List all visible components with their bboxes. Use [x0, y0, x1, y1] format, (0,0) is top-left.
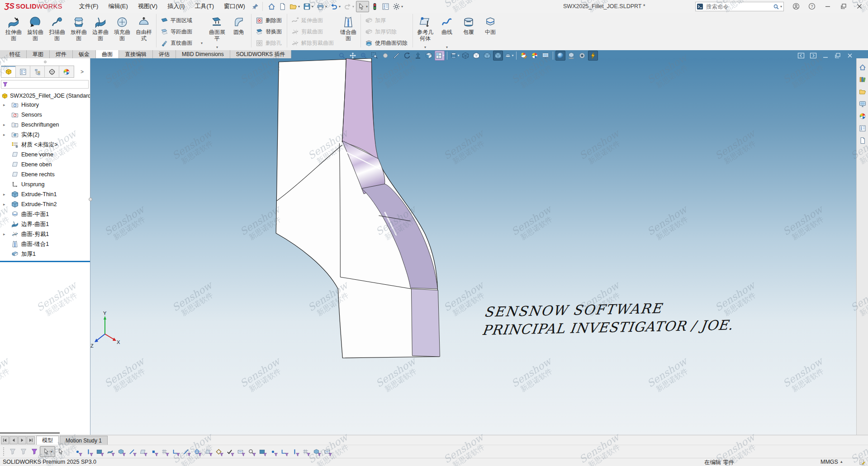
rollback-bar[interactable] — [0, 261, 90, 262]
tab-features[interactable]: 特征 — [4, 50, 27, 58]
zoom-to-area-button[interactable] — [370, 51, 379, 61]
filter-dimensions-button[interactable] — [224, 446, 235, 457]
dropdown-caret-icon[interactable]: ▾ — [352, 5, 354, 9]
pane-splitter-handle[interactable] — [0, 58, 90, 66]
filter-vertices-button[interactable] — [72, 446, 83, 457]
display-style-shaded-with-edges-button[interactable]: ▾ — [450, 51, 460, 61]
filled-surface-button[interactable]: 填充曲面 — [111, 13, 133, 50]
filter-origins-button[interactable] — [148, 446, 159, 457]
scroll-next-button[interactable] — [18, 436, 26, 444]
pane-expand-chevron-icon[interactable]: > — [81, 69, 84, 75]
expand-arrow-icon[interactable]: ▸ — [3, 202, 5, 207]
tree-item-extrude-thin1[interactable]: ▸Extrude-Thin1 — [0, 189, 90, 199]
pin-menubar-icon[interactable] — [252, 3, 259, 10]
tab-sketch[interactable]: 草图 — [27, 50, 50, 58]
delete-face-button[interactable]: 删除面 — [253, 15, 285, 26]
tab-sheet-metal[interactable]: 钣金 — [73, 50, 96, 58]
tree-item-extrude-thin2[interactable]: ▸Extrude-Thin2 — [0, 199, 90, 209]
tab-weldments[interactable]: 焊件 — [50, 50, 73, 58]
midsurface-button[interactable]: 中面 — [479, 13, 501, 50]
filter-reference-curves-button[interactable] — [202, 446, 213, 457]
extruded-surface-button[interactable]: 拉伸曲面 — [3, 13, 24, 50]
menu-insert[interactable]: 插入(I) — [162, 0, 190, 13]
filter-edges-button[interactable] — [83, 446, 94, 457]
tab-evaluate[interactable]: 评估 — [153, 50, 176, 58]
tree-item-boundary-surface1[interactable]: 边界-曲面1 — [0, 219, 90, 229]
normal-to-button[interactable] — [413, 51, 423, 61]
knit-surface-button[interactable]: 缝合曲面 — [337, 13, 359, 50]
drag-handle[interactable] — [2, 447, 5, 457]
replace-face-button[interactable]: 替换面 — [253, 26, 285, 38]
zoom-to-fit-button[interactable] — [337, 51, 347, 61]
filter-weld-symbols-button[interactable] — [300, 446, 311, 457]
apply-scene-button[interactable] — [530, 51, 540, 61]
dropdown-caret-icon[interactable]: ▾ — [366, 5, 368, 9]
undo-button[interactable]: ▾ — [329, 1, 342, 12]
previous-document-button[interactable] — [797, 51, 806, 60]
home-button[interactable] — [266, 1, 277, 12]
tab-mbd-dimensions[interactable]: MBD Dimensions — [176, 50, 230, 58]
filter-sketch-segments-button[interactable] — [170, 446, 180, 457]
filter-faces-button[interactable] — [94, 446, 104, 457]
close-document-button[interactable] — [845, 51, 854, 60]
reference-geometry-button[interactable]: 参考几何体▾ — [414, 13, 436, 50]
filter-datums-button[interactable] — [256, 446, 267, 457]
boundary-surface-button[interactable]: 边界曲面 — [90, 13, 111, 50]
dropdown-caret-icon[interactable]: ▾ — [312, 5, 313, 9]
tab-motion-study-1[interactable]: Motion Study 1 — [60, 436, 108, 445]
open-button[interactable]: ▾ — [288, 1, 301, 12]
dropdown-caret-icon[interactable]: ▾ — [443, 54, 445, 57]
tab-model[interactable]: 模型 — [36, 436, 59, 445]
expand-arrow-icon[interactable]: ▸ — [3, 192, 5, 197]
search-input[interactable] — [704, 4, 772, 10]
close-window-button[interactable] — [854, 1, 864, 11]
design-library-button[interactable] — [858, 75, 867, 84]
pane-bottom-splitter[interactable] — [0, 433, 60, 433]
flatten-surface-button[interactable]: 曲面展平▾ — [206, 13, 228, 50]
file-properties-button[interactable] — [380, 1, 391, 12]
shadows-in-shaded-mode-button[interactable] — [566, 51, 576, 61]
display-style-hidden-lines-button[interactable] — [471, 51, 481, 61]
display-style-shaded-button[interactable] — [482, 51, 492, 61]
measure-button[interactable] — [391, 51, 401, 61]
units-selector[interactable]: MMGS — [821, 459, 838, 465]
revolved-surface-button[interactable]: 旋转曲面 — [24, 13, 46, 50]
minimize-document-button[interactable] — [821, 51, 830, 60]
featuremanager-tab[interactable] — [1, 66, 16, 77]
dimxpertmanager-tab[interactable] — [45, 66, 59, 77]
tab-solidworks-addins[interactable]: SOLIDWORKS 插件 — [230, 50, 292, 58]
save-button[interactable]: ▾ — [302, 1, 315, 12]
wrap-button[interactable]: 包覆 — [458, 13, 479, 50]
planar-surface-button[interactable]: 平面区域 — [158, 15, 206, 26]
tree-item-plane-top[interactable]: Ebene oben — [0, 160, 90, 169]
scroll-first-button[interactable] — [1, 436, 9, 444]
resources-home-button[interactable] — [858, 63, 867, 72]
filter-magnified-selection-button[interactable] — [246, 446, 256, 457]
hide-show-items-button[interactable]: ▾ — [504, 51, 514, 61]
display-style-current-button[interactable] — [493, 51, 503, 61]
tree-item-origin[interactable]: Ursprung — [0, 179, 90, 189]
expand-arrow-icon[interactable]: ▸ — [3, 232, 5, 236]
expand-arrow-icon[interactable]: ▸ — [3, 132, 5, 137]
menu-file[interactable]: 文件(F) — [74, 0, 104, 13]
toggle-selection-filter-toolbar-button[interactable] — [29, 446, 40, 457]
view-settings-button[interactable] — [541, 51, 550, 61]
rotate-view-button[interactable] — [402, 51, 412, 61]
tree-item-sensors[interactable]: Sensors — [0, 110, 90, 120]
tree-filter-input[interactable] — [1, 80, 89, 89]
next-document-button[interactable] — [809, 51, 818, 60]
cut-with-surface-button[interactable]: 使用曲面切除 — [362, 38, 411, 49]
edit-appearance-button[interactable] — [519, 51, 529, 61]
filter-weld-beads-button[interactable] — [213, 446, 224, 457]
new-document-button[interactable] — [277, 1, 288, 12]
propertymanager-tab[interactable] — [16, 66, 30, 77]
filter-planes-button[interactable] — [137, 446, 148, 457]
fillet-button[interactable]: 圆角 — [228, 13, 250, 50]
menu-view[interactable]: 视图(V) — [133, 0, 162, 13]
filter-center-points-button[interactable] — [191, 446, 202, 457]
filter-surface-finish-symbols-button[interactable] — [289, 446, 300, 457]
view-orientation-button[interactable]: ▾ — [435, 51, 445, 61]
filter-balloons-button[interactable] — [278, 446, 289, 457]
pan-button[interactable] — [348, 51, 358, 61]
realview-graphics-button[interactable] — [555, 51, 565, 61]
